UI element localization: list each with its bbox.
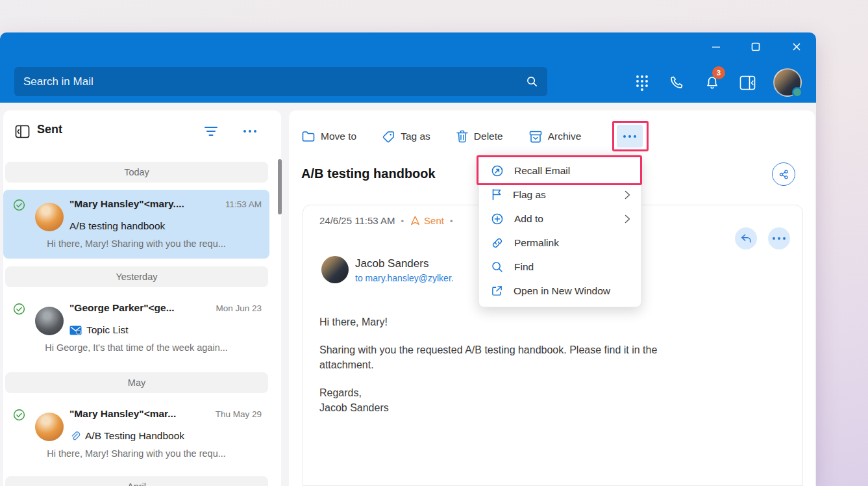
ellipsis-icon: [773, 237, 786, 240]
mail-app-window: 3 Sent: [0, 32, 816, 486]
body-signature: Jacob Sanders: [319, 400, 683, 415]
workspace: Sent Today "Mary Hansley"<mary..: [0, 103, 816, 486]
send-icon: [410, 215, 421, 226]
mail-preview: Hi there, Mary! Sharing with you the req…: [7, 448, 266, 459]
search-bar[interactable]: [14, 67, 547, 96]
menu-item-flag-as[interactable]: Flag as: [479, 183, 641, 207]
share-icon: [778, 168, 790, 181]
share-button[interactable]: [772, 162, 795, 186]
ellipsis-icon: [623, 135, 636, 138]
sender-name: "Mary Hansley"<mary....: [69, 198, 184, 210]
message-recipient[interactable]: to mary.hansley@zylker.: [355, 273, 454, 283]
flag-icon: [491, 188, 502, 201]
group-header-may: May: [5, 372, 268, 393]
menu-item-label: Open in New Window: [514, 285, 630, 297]
mail-list-item[interactable]: "George Parker"<ge... Mon Jun 23 Topic L…: [3, 294, 269, 363]
collapse-panel-button[interactable]: [738, 73, 757, 92]
reply-icon: [740, 233, 752, 244]
filter-icon: [205, 126, 217, 136]
message-toolbar: Move to Tag as Delete Archive: [302, 123, 581, 149]
more-options-menu: Recall Email Flag as Add to Permalink Fi…: [478, 154, 641, 307]
sent-folder-label: Sent: [424, 215, 444, 226]
titlebar: 3: [0, 32, 816, 103]
body-signoff: Regards,: [319, 385, 683, 400]
online-status-dot: [792, 87, 802, 97]
phone-icon: [669, 75, 685, 90]
avatar: [35, 413, 64, 441]
menu-item-label: Add to: [514, 213, 614, 225]
chevron-right-icon: [625, 190, 630, 199]
menu-item-label: Flag as: [513, 189, 614, 201]
chevron-right-icon: [625, 214, 630, 224]
list-scrollbar-thumb[interactable]: [278, 159, 282, 214]
mail-preview: Hi there, Mary! Sharing with you the req…: [7, 238, 266, 249]
separator-dot: [450, 215, 453, 226]
separator-dot: [401, 215, 404, 226]
reply-button[interactable]: [735, 227, 757, 249]
minimize-icon: [712, 42, 721, 51]
sender-avatar: [321, 256, 349, 283]
mail-list-item-selected[interactable]: "Mary Hansley"<mary.... 11:53 AM A/B tes…: [3, 190, 269, 259]
mail-list-header: Sent: [3, 110, 281, 153]
dialpad-icon: [634, 73, 650, 92]
menu-item-recall-email[interactable]: Recall Email: [479, 159, 641, 183]
delete-label: Delete: [474, 131, 503, 142]
tag-icon: [382, 131, 395, 143]
collapse-folder-pane-button[interactable]: [14, 123, 31, 140]
add-circle-icon: [491, 212, 504, 225]
notification-count-badge: 3: [712, 66, 725, 79]
delete-button[interactable]: Delete: [456, 130, 503, 143]
phone-button[interactable]: [667, 73, 687, 92]
menu-item-permalink[interactable]: Permalink: [479, 231, 641, 255]
minimize-button[interactable]: [705, 39, 727, 55]
permalink-icon: [491, 237, 504, 249]
archive-label: Archive: [548, 131, 582, 142]
menu-item-label: Recall Email: [514, 165, 630, 177]
avatar: [35, 203, 64, 231]
sender-name: "George Parker"<ge...: [69, 302, 175, 314]
sender-name: "Mary Hansley"<mar...: [69, 408, 176, 420]
mail-preview: Hi George, It's that time of the week ag…: [7, 342, 266, 353]
menu-item-open-in-new-window[interactable]: Open in New Window: [479, 279, 641, 303]
message-sender-name: Jacob Sanders: [355, 257, 428, 270]
mail-subject: A/B Testing Handbook: [85, 430, 184, 442]
user-avatar[interactable]: [773, 68, 802, 97]
menu-item-add-to[interactable]: Add to: [479, 207, 641, 231]
close-button[interactable]: [786, 39, 808, 55]
dialpad-button[interactable]: [632, 73, 652, 92]
trash-icon: [456, 130, 468, 143]
ellipsis-icon: [243, 130, 256, 133]
recall-email-icon: [491, 164, 504, 177]
archive-button[interactable]: Archive: [529, 131, 582, 143]
collapse-folder-pane-icon: [15, 125, 30, 138]
mail-time: Thu May 29: [210, 409, 262, 419]
search-input[interactable]: [23, 75, 526, 88]
mail-list-item[interactable]: "Mary Hansley"<mar... Thu May 29 A/B Tes…: [3, 400, 269, 468]
folder-icon: [302, 131, 315, 142]
tag-as-button[interactable]: Tag as: [382, 131, 430, 143]
message-more-options-button[interactable]: [768, 227, 790, 249]
toolbar-more-options-button[interactable]: [617, 125, 643, 147]
attachment-icon: [69, 431, 81, 442]
open-in-new-window-icon: [491, 285, 503, 297]
search-icon[interactable]: [526, 75, 538, 88]
move-to-label: Move to: [321, 131, 356, 142]
mail-subject: A/B testing handbook: [69, 220, 165, 232]
collapse-panel-icon: [739, 75, 756, 90]
menu-item-label: Find: [514, 261, 630, 273]
avatar: [35, 307, 64, 335]
mail-time: Mon Jun 23: [210, 303, 262, 313]
message-timestamp: 24/6/25 11:53 AM: [319, 215, 395, 226]
sent-folder-badge: Sent: [410, 215, 444, 226]
list-more-options-button[interactable]: [242, 123, 258, 140]
filter-button[interactable]: [203, 123, 219, 140]
mail-list-panel: Sent Today "Mary Hansley"<mary..: [3, 110, 281, 486]
menu-item-find[interactable]: Find: [479, 255, 641, 279]
menu-item-label: Permalink: [514, 237, 630, 249]
move-to-button[interactable]: Move to: [302, 131, 356, 142]
find-icon: [491, 261, 504, 274]
sent-success-icon: [13, 199, 25, 211]
folder-title: Sent: [37, 123, 62, 136]
maximize-button[interactable]: [745, 39, 767, 55]
tag-as-label: Tag as: [401, 131, 430, 142]
